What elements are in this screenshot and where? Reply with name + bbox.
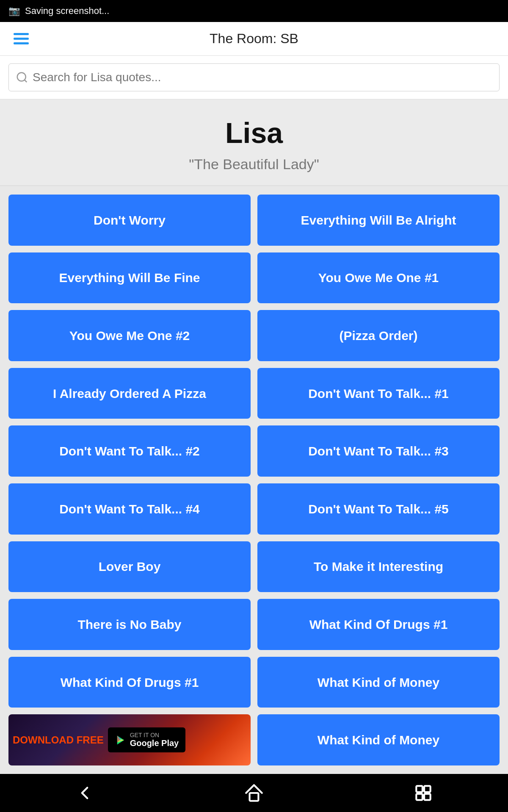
quote-button[interactable]: I Already Ordered A Pizza — [8, 368, 251, 419]
screenshot-icon: 📷 — [8, 5, 20, 16]
svg-rect-8 — [416, 794, 422, 800]
quote-button[interactable]: You Owe Me One #2 — [8, 310, 251, 361]
home-button[interactable] — [237, 780, 271, 806]
hamburger-menu-button[interactable] — [10, 30, 32, 48]
quote-button[interactable]: You Owe Me One #1 — [257, 252, 500, 304]
search-container — [0, 56, 508, 99]
play-store-button[interactable]: GET IT ON Google Play — [108, 727, 186, 752]
quote-button[interactable]: Don't Want To Talk... #5 — [257, 483, 500, 535]
play-store-label: Google Play — [130, 738, 179, 748]
quote-button[interactable]: There is No Baby — [8, 599, 251, 650]
status-text: Saving screenshot... — [25, 5, 109, 16]
bottom-nav-bar — [0, 774, 508, 812]
quote-button[interactable]: What Kind Of Drugs #1 — [257, 599, 500, 650]
svg-rect-5 — [416, 786, 422, 792]
play-store-get-it-on: GET IT ON — [130, 732, 179, 738]
recents-button[interactable] — [406, 780, 440, 806]
quote-button[interactable]: Everything Will Be Fine — [8, 252, 251, 304]
hamburger-line — [14, 42, 29, 44]
profile-subtitle: "The Beautiful Lady" — [8, 156, 500, 173]
ad-download-text: DOWNLOAD FREE — [13, 734, 104, 746]
svg-rect-4 — [250, 793, 259, 801]
quote-button[interactable]: To Make it Interesting — [257, 541, 500, 593]
nav-bar: The Room: SB — [0, 22, 508, 56]
quotes-grid: Don't WorryEverything Will Be AlrightEve… — [0, 186, 508, 774]
quote-button[interactable]: Don't Worry — [8, 195, 251, 246]
nav-title: The Room: SB — [210, 31, 298, 47]
search-input[interactable] — [8, 63, 500, 91]
quote-button[interactable]: Don't Want To Talk... #3 — [257, 425, 500, 477]
status-bar: 📷 Saving screenshot... — [0, 0, 508, 22]
svg-rect-6 — [424, 786, 431, 792]
ad-banner[interactable]: DOWNLOAD FREE GET IT ON Google Play — [8, 714, 251, 765]
quote-button[interactable]: Everything Will Be Alright — [257, 195, 500, 246]
svg-rect-7 — [424, 794, 431, 800]
hamburger-line — [14, 33, 29, 35]
quote-button[interactable]: (Pizza Order) — [257, 310, 500, 361]
back-button[interactable] — [68, 780, 102, 806]
hamburger-line — [14, 38, 29, 40]
quote-button[interactable]: Lover Boy — [8, 541, 251, 593]
quote-button[interactable]: Don't Want To Talk... #2 — [8, 425, 251, 477]
quote-button[interactable]: Don't Want To Talk... #1 — [257, 368, 500, 419]
profile-name: Lisa — [8, 116, 500, 149]
quote-button[interactable]: What Kind of Money — [257, 657, 500, 708]
quote-button[interactable]: What Kind of Money — [257, 714, 500, 765]
profile-header: Lisa "The Beautiful Lady" — [0, 99, 508, 186]
quote-button[interactable]: Don't Want To Talk... #4 — [8, 483, 251, 535]
quote-button[interactable]: What Kind Of Drugs #1 — [8, 657, 251, 708]
